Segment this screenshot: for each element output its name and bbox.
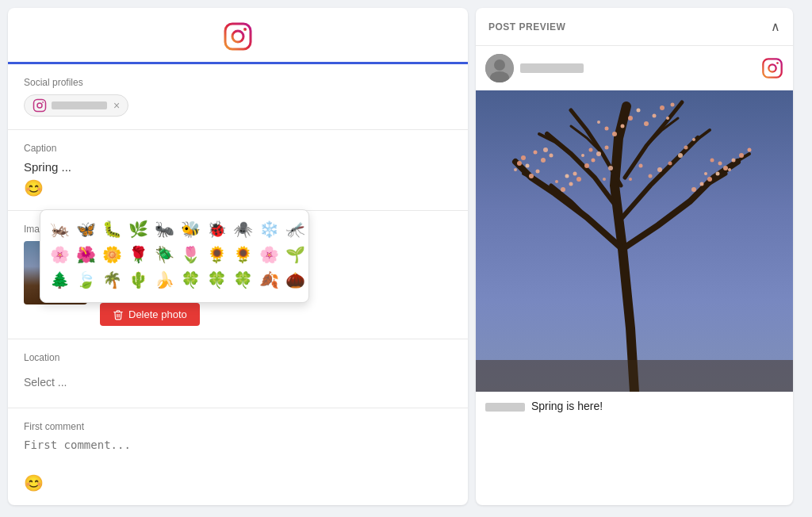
emoji-item[interactable]: 🌰: [284, 269, 307, 291]
emoji-item[interactable]: 🦟: [284, 218, 307, 240]
delete-photo-button[interactable]: Delete photo: [100, 303, 200, 326]
emoji-item[interactable]: 🌲: [48, 269, 71, 291]
svg-rect-10: [763, 59, 781, 77]
svg-point-67: [608, 166, 613, 170]
svg-point-4: [37, 103, 42, 108]
svg-point-11: [768, 64, 776, 71]
emoji-item[interactable]: 🐜: [153, 218, 176, 240]
emoji-row-1: 🦗 🦋 🐛 🌿 🐜 🐝 🐞 🕷️ ❄️ 🦟: [48, 218, 301, 240]
instagram-preview-logo-icon: [761, 57, 783, 79]
remove-profile-button[interactable]: ×: [113, 99, 120, 112]
post-preview-title: POST PREVIEW: [488, 21, 565, 33]
svg-point-1: [232, 31, 243, 42]
svg-point-22: [534, 151, 538, 155]
svg-point-65: [629, 178, 632, 181]
svg-point-46: [704, 172, 707, 175]
emoji-item[interactable]: 🪲: [153, 243, 176, 266]
emoji-item[interactable]: 🌼: [101, 243, 124, 266]
emoji-item[interactable]: 🌷: [179, 243, 202, 266]
emoji-row-3: 🌲 🍃 🌴 🌵 🍌 🍀 🍀 🍀 🍂 🌰: [48, 269, 301, 291]
emoji-item[interactable]: 🌹: [127, 243, 150, 266]
emoji-item[interactable]: 🌿: [127, 218, 150, 240]
emoji-item[interactable]: 🍀: [232, 269, 255, 291]
svg-point-51: [637, 109, 641, 113]
emoji-item[interactable]: 🍂: [258, 269, 281, 291]
first-comment-emoji-button[interactable]: 😊: [24, 473, 44, 492]
social-profile-tag[interactable]: ×: [24, 94, 128, 117]
svg-point-53: [653, 114, 657, 118]
emoji-item[interactable]: 🦗: [48, 218, 71, 240]
emoji-picker: 🦗 🦋 🐛 🌿 🐜 🐝 🐞 🕷️ ❄️ 🦟 🌸 🌺 🌼 🌹: [40, 209, 309, 303]
svg-point-66: [639, 164, 643, 168]
preview-caption: Spring is here!: [476, 392, 793, 420]
post-preview-header: POST PREVIEW ∧: [476, 8, 793, 46]
emoji-row-2: 🌸 🌺 🌼 🌹 🪲 🌷 🌻 🌻 🌸 🌱: [48, 243, 301, 266]
first-comment-label: First comment: [24, 421, 452, 432]
caption-emoji-button[interactable]: 😊: [24, 178, 44, 197]
svg-point-68: [603, 178, 606, 181]
svg-point-45: [718, 162, 722, 166]
preview-caption-text: Spring is here!: [531, 400, 603, 412]
svg-point-28: [555, 180, 558, 183]
emoji-item[interactable]: 🐝: [179, 218, 202, 240]
preview-caption-username: [485, 403, 525, 412]
location-input[interactable]: [24, 370, 452, 395]
svg-point-48: [612, 132, 617, 136]
preview-tree-image: [476, 90, 793, 392]
emoji-item[interactable]: 🌻: [205, 243, 228, 266]
emoji-item[interactable]: 🐛: [101, 218, 124, 240]
emoji-item[interactable]: 🌵: [127, 269, 150, 291]
svg-point-63: [684, 146, 688, 150]
trash-icon: [113, 309, 124, 320]
caption-section: Caption Spring ... 😊 🦗 🦋 🐛 🌿 🐜 🐝 🐞 🕷️ ❄️…: [8, 130, 468, 211]
instagram-logo-icon: [222, 21, 254, 52]
emoji-item[interactable]: 🦋: [75, 218, 98, 240]
preview-image: [476, 90, 793, 392]
first-comment-section: First comment 😊: [8, 408, 468, 505]
svg-point-52: [644, 121, 649, 126]
svg-point-41: [732, 159, 736, 163]
emoji-item[interactable]: ❄️: [258, 218, 281, 240]
emoji-item[interactable]: 🍀: [205, 269, 228, 291]
first-comment-input[interactable]: [24, 438, 452, 470]
svg-point-44: [728, 168, 731, 171]
emoji-item[interactable]: 🍌: [153, 269, 176, 291]
emoji-item[interactable]: 🌸: [258, 243, 281, 266]
social-profiles-section: Social profiles ×: [8, 64, 468, 130]
svg-point-19: [550, 154, 553, 158]
emoji-item[interactable]: 🌴: [101, 269, 124, 291]
svg-point-33: [605, 146, 609, 150]
emoji-item[interactable]: 🐞: [205, 218, 228, 240]
emoji-item[interactable]: 🍃: [75, 269, 98, 291]
svg-point-57: [671, 103, 675, 107]
emoji-item[interactable]: 🍀: [179, 269, 202, 291]
social-profiles-label: Social profiles: [24, 77, 452, 88]
svg-point-26: [576, 177, 581, 182]
svg-point-58: [666, 117, 669, 120]
collapse-preview-button[interactable]: ∧: [771, 19, 780, 34]
svg-point-17: [526, 164, 530, 168]
svg-point-25: [569, 182, 573, 186]
svg-point-12: [776, 62, 779, 64]
avatar: [485, 54, 514, 82]
svg-point-23: [543, 147, 548, 152]
svg-rect-3: [34, 100, 46, 112]
svg-point-62: [678, 153, 683, 158]
svg-point-38: [707, 177, 712, 182]
svg-point-50: [628, 116, 633, 121]
emoji-item[interactable]: 🌱: [284, 243, 307, 266]
emoji-item[interactable]: 🕷️: [232, 218, 255, 240]
svg-point-29: [573, 172, 577, 176]
svg-point-61: [668, 162, 672, 166]
svg-point-60: [657, 167, 662, 172]
emoji-item[interactable]: 🌺: [75, 243, 98, 266]
svg-point-8: [494, 59, 505, 71]
svg-point-64: [692, 138, 695, 141]
svg-point-59: [649, 174, 653, 178]
svg-point-14: [529, 174, 534, 178]
svg-point-5: [42, 101, 44, 103]
profile-username: [52, 101, 107, 109]
emoji-item[interactable]: 🌻: [232, 243, 255, 266]
emoji-item[interactable]: 🌸: [48, 243, 71, 266]
svg-point-35: [589, 148, 593, 152]
